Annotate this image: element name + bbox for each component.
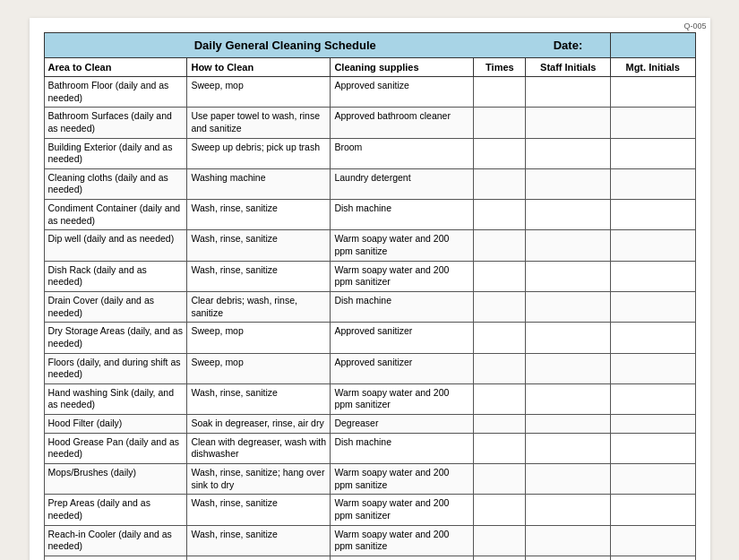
table-row: Hood Filter (daily)Soak in degreaser, ri… <box>44 415 695 434</box>
cell-how: Wash, rinse, sanitize <box>187 230 331 261</box>
cell-times <box>474 77 526 108</box>
cell-area: Condiment Container (daily and as needed… <box>44 200 187 230</box>
cell-mgt-initials <box>610 353 695 383</box>
cell-times <box>474 138 526 168</box>
cell-how: Soak in degreaser, rinse, air dry <box>187 415 331 434</box>
date-label: Date: <box>526 33 611 58</box>
cell-how: Sweep, mop <box>187 77 331 108</box>
cell-staff-initials <box>526 77 611 108</box>
cell-mgt-initials <box>610 464 695 495</box>
table-row: Storage Bins (daily and as needed)Use a … <box>44 556 695 560</box>
cell-staff-initials <box>526 415 611 434</box>
table-row: Dip well (daily and as needed)Wash, rins… <box>44 230 695 261</box>
cell-staff-initials <box>526 200 611 230</box>
header-staff: Staff Initials <box>526 58 611 77</box>
cell-times <box>474 525 526 556</box>
cell-mgt-initials <box>610 261 695 291</box>
cell-staff-initials <box>526 323 611 353</box>
cell-how: Wash, rinse, sanitize <box>187 200 331 230</box>
cell-supplies: Degreaser <box>331 415 474 434</box>
cell-area: Hood Grease Pan (daily and as needed) <box>44 433 187 463</box>
cell-supplies: Warm soapy water and 200 ppm sanitizer <box>331 383 474 414</box>
header-row: Area to Clean How to Clean Cleaning supp… <box>44 58 695 77</box>
cell-how: Wash, rinse, sanitize <box>187 495 331 525</box>
cell-how: Sweep, mop <box>187 323 331 353</box>
table-row: Bathroom Surfaces (daily and as needed)U… <box>44 108 695 138</box>
cell-how: Sweep up debris; pick up trash <box>187 138 331 168</box>
cell-staff-initials <box>526 556 611 560</box>
cell-times <box>474 200 526 230</box>
cell-mgt-initials <box>610 138 695 168</box>
cell-area: Cleaning cloths (daily and as needed) <box>44 168 187 199</box>
cell-supplies: Approved bathroom cleaner <box>331 108 474 138</box>
cell-mgt-initials <box>610 383 695 414</box>
cell-how: Use paper towel to wash, rinse and sanit… <box>187 108 331 138</box>
cell-times <box>474 230 526 261</box>
cell-supplies: Warm soapy water and 200 ppm sanitizer <box>331 495 474 525</box>
cell-mgt-initials <box>610 556 695 560</box>
cell-times <box>474 168 526 199</box>
cell-supplies: Laundry detergent <box>331 168 474 199</box>
cell-area: Bathroom Floor (daily and as needed) <box>44 77 187 108</box>
cell-how: Sweep, mop <box>187 353 331 383</box>
cell-area: Reach-in Cooler (daily and as needed) <box>44 525 187 556</box>
header-times: Times <box>474 58 526 77</box>
cell-mgt-initials <box>610 323 695 353</box>
cleaning-schedule-table: Daily General Cleaning Schedule Date: Ar… <box>44 32 696 560</box>
cell-times <box>474 556 526 560</box>
cell-staff-initials <box>526 261 611 291</box>
cell-staff-initials <box>526 464 611 495</box>
table-body: Bathroom Floor (daily and as needed)Swee… <box>44 77 695 561</box>
cell-area: Prep Areas (daily and as needed) <box>44 495 187 525</box>
cell-mgt-initials <box>610 433 695 463</box>
cell-staff-initials <box>526 168 611 199</box>
header-area: Area to Clean <box>44 58 187 77</box>
header-supplies: Cleaning supplies <box>331 58 474 77</box>
cell-how: Washing machine <box>187 168 331 199</box>
doc-id: Q-005 <box>683 22 706 30</box>
date-value <box>610 33 695 58</box>
cell-mgt-initials <box>610 200 695 230</box>
cell-mgt-initials <box>610 525 695 556</box>
cell-how: Clean with degreaser, wash with dishwash… <box>187 433 331 463</box>
cell-mgt-initials <box>610 77 695 108</box>
cell-supplies: Approved sanitizer <box>331 323 474 353</box>
cell-how: Wash, rinse, sanitize <box>187 525 331 556</box>
cell-area: Building Exterior (daily and as needed) <box>44 138 187 168</box>
table-row: Building Exterior (daily and as needed)S… <box>44 138 695 168</box>
cell-how: Wash, rinse, sanitize <box>187 383 331 414</box>
cell-area: Dip well (daily and as needed) <box>44 230 187 261</box>
cell-mgt-initials <box>610 291 695 322</box>
cell-staff-initials <box>526 230 611 261</box>
cell-how: Wash, rinse, sanitize <box>187 261 331 291</box>
cell-mgt-initials <box>610 108 695 138</box>
table-row: Bathroom Floor (daily and as needed)Swee… <box>44 77 695 108</box>
cell-staff-initials <box>526 495 611 525</box>
cell-times <box>474 291 526 322</box>
cell-staff-initials <box>526 433 611 463</box>
cell-area: Mops/Brushes (daily) <box>44 464 187 495</box>
table-row: Prep Areas (daily and as needed)Wash, ri… <box>44 495 695 525</box>
table-row: Dish Rack (daily and as needed)Wash, rin… <box>44 261 695 291</box>
cell-times <box>474 108 526 138</box>
cell-area: Hood Filter (daily) <box>44 415 187 434</box>
table-row: Floors (daily, and during shift as neede… <box>44 353 695 383</box>
cell-times <box>474 495 526 525</box>
cell-times <box>474 415 526 434</box>
cell-supplies: Warm soapy water and 200 ppm sanitize <box>331 464 474 495</box>
table-row: Mops/Brushes (daily)Wash, rinse, sanitiz… <box>44 464 695 495</box>
cell-supplies: Broom <box>331 138 474 168</box>
cell-supplies: Dish machine <box>331 200 474 230</box>
cell-staff-initials <box>526 291 611 322</box>
cell-supplies: Warm soapy water and 200 ppm sanitize <box>331 525 474 556</box>
cell-mgt-initials <box>610 168 695 199</box>
table-row: Hood Grease Pan (daily and as needed)Cle… <box>44 433 695 463</box>
cell-times <box>474 433 526 463</box>
cell-supplies: Dish machine <box>331 291 474 322</box>
cell-staff-initials <box>526 353 611 383</box>
cell-area: Dry Storage Areas (daily, and as needed) <box>44 323 187 353</box>
cell-supplies: Warm soapy water and 200 ppm sanitizer <box>331 556 474 560</box>
cell-staff-initials <box>526 525 611 556</box>
cell-staff-initials <box>526 383 611 414</box>
cell-times <box>474 261 526 291</box>
